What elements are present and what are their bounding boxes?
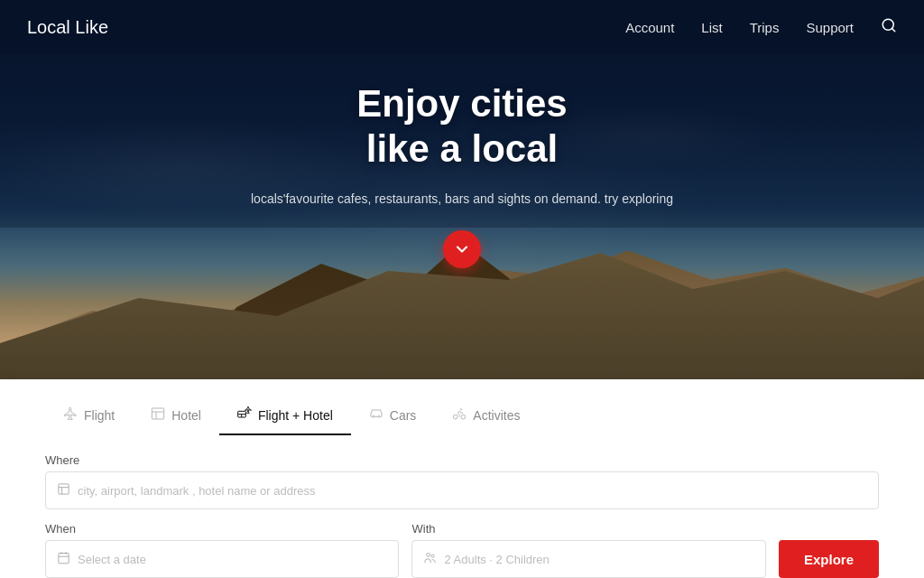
nav-trips[interactable]: Trips bbox=[750, 20, 780, 35]
location-icon bbox=[57, 482, 70, 499]
with-group: With bbox=[411, 522, 765, 578]
where-group: Where bbox=[45, 453, 879, 509]
hotel-icon bbox=[151, 406, 165, 424]
logo-main: Local bbox=[27, 17, 70, 37]
nav-list[interactable]: List bbox=[701, 20, 722, 35]
where-input[interactable] bbox=[78, 484, 867, 498]
svg-point-21 bbox=[427, 553, 430, 556]
flight-hotel-icon bbox=[237, 406, 252, 424]
nav-account[interactable]: Account bbox=[625, 20, 674, 35]
bottom-form-row: When With bbox=[45, 522, 879, 578]
tab-flight-hotel[interactable]: Flight + Hotel bbox=[219, 397, 351, 435]
when-label: When bbox=[45, 522, 399, 536]
tab-activities[interactable]: Activites bbox=[434, 397, 538, 435]
tab-flight-hotel-label: Flight + Hotel bbox=[258, 408, 333, 423]
search-icon bbox=[881, 17, 897, 33]
activities-icon bbox=[452, 406, 467, 424]
svg-rect-2 bbox=[152, 408, 164, 419]
svg-rect-17 bbox=[59, 553, 69, 563]
svg-rect-14 bbox=[59, 483, 69, 493]
when-input-wrapper bbox=[45, 540, 399, 578]
with-label: With bbox=[411, 522, 765, 536]
search-tabs: Flight Hotel Flight + Hotel bbox=[45, 379, 879, 435]
explore-button[interactable]: Explore bbox=[779, 540, 879, 578]
chevron-down-icon bbox=[453, 240, 471, 258]
when-group: When bbox=[45, 522, 399, 578]
search-icon-button[interactable] bbox=[881, 17, 897, 38]
tab-cars[interactable]: Cars bbox=[351, 397, 435, 435]
svg-point-22 bbox=[432, 555, 435, 557]
with-input-wrapper bbox=[411, 540, 765, 578]
tab-hotel[interactable]: Hotel bbox=[133, 397, 219, 435]
search-section: Flight Hotel Flight + Hotel bbox=[0, 379, 924, 578]
tab-activities-label: Activites bbox=[473, 408, 520, 423]
main-nav: Account List Trips Support bbox=[625, 17, 897, 38]
people-icon bbox=[423, 551, 437, 568]
nav-support[interactable]: Support bbox=[806, 20, 854, 35]
tab-hotel-label: Hotel bbox=[171, 408, 201, 423]
header: Local Like Account List Trips Support bbox=[0, 0, 924, 54]
svg-line-1 bbox=[892, 28, 894, 31]
hero-title-line1: Enjoy cities bbox=[356, 82, 567, 125]
hero-title-line2: like a local bbox=[366, 127, 558, 170]
tab-flight-label: Flight bbox=[84, 408, 115, 423]
svg-point-8 bbox=[373, 415, 374, 417]
when-input[interactable] bbox=[78, 553, 387, 566]
calendar-icon bbox=[57, 551, 70, 568]
where-label: Where bbox=[45, 453, 879, 467]
hero-subtitle: locals'favourite cafes, restaurants, bar… bbox=[0, 189, 924, 209]
logo-sub: Like bbox=[70, 17, 108, 37]
hero-content: Enjoy cities like a local locals'favouri… bbox=[0, 81, 924, 268]
logo[interactable]: Local Like bbox=[27, 17, 108, 38]
hero-section: Enjoy cities like a local locals'favouri… bbox=[0, 0, 924, 379]
where-input-wrapper bbox=[45, 471, 879, 509]
svg-point-13 bbox=[461, 409, 462, 410]
svg-point-9 bbox=[378, 415, 380, 417]
tab-cars-label: Cars bbox=[390, 408, 417, 423]
flight-icon bbox=[63, 406, 78, 424]
with-input[interactable] bbox=[444, 553, 753, 566]
scroll-down-button[interactable] bbox=[443, 230, 481, 268]
hero-title: Enjoy cities like a local bbox=[0, 81, 924, 172]
svg-point-12 bbox=[454, 415, 458, 419]
search-form: Where When bbox=[45, 453, 879, 578]
tab-flight[interactable]: Flight bbox=[45, 397, 133, 435]
cars-icon bbox=[369, 406, 383, 424]
svg-point-11 bbox=[461, 415, 466, 419]
